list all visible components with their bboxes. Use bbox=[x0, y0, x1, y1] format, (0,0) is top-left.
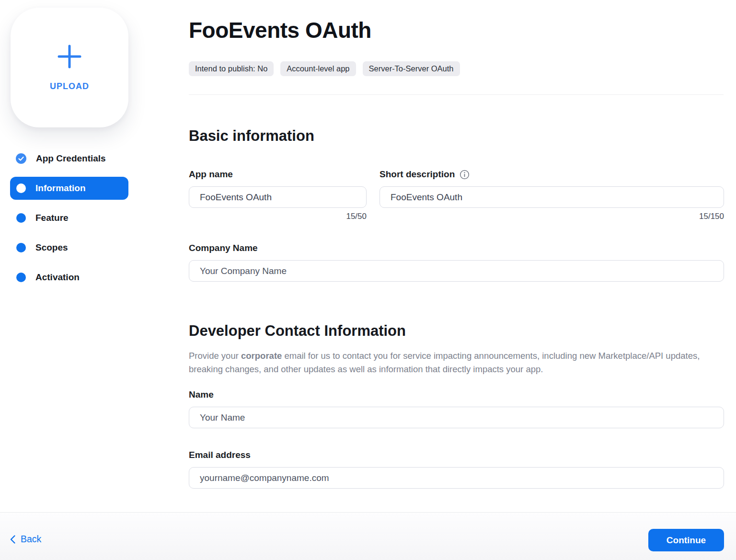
app-name-label: App name bbox=[189, 169, 367, 180]
sidebar-item-label: Feature bbox=[35, 213, 69, 223]
developer-contact-description: Provide your corporate email for us to c… bbox=[189, 349, 724, 376]
header-divider bbox=[189, 94, 724, 95]
sidebar-item-activation[interactable]: Activation bbox=[10, 266, 128, 289]
short-description-char-counter: 15/150 bbox=[380, 211, 724, 221]
page-title: FooEvents OAuth bbox=[189, 16, 724, 45]
continue-button[interactable]: Continue bbox=[648, 529, 724, 551]
step-dot-icon bbox=[16, 183, 26, 193]
app-name-input[interactable] bbox=[189, 186, 367, 208]
step-dot-icon bbox=[16, 273, 26, 282]
step-dot-icon bbox=[16, 213, 26, 223]
app-badges: Intend to publish: No Account-level app … bbox=[189, 61, 724, 76]
contact-name-label: Name bbox=[189, 389, 724, 400]
step-dot-icon bbox=[16, 243, 26, 252]
back-button[interactable]: Back bbox=[10, 534, 41, 545]
sidebar: UPLOAD App Credentials Information Featu… bbox=[0, 0, 189, 296]
developer-contact-heading: Developer Contact Information bbox=[189, 321, 724, 341]
sidebar-item-label: App Credentials bbox=[36, 153, 106, 164]
short-description-input[interactable] bbox=[380, 186, 724, 208]
footer-bar: Back Continue bbox=[0, 512, 736, 560]
plus-icon bbox=[57, 44, 82, 71]
badge-oauth-type: Server-To-Server OAuth bbox=[363, 61, 460, 76]
sidebar-item-scopes[interactable]: Scopes bbox=[10, 236, 128, 259]
app-icon-upload[interactable]: UPLOAD bbox=[11, 8, 128, 127]
upload-label: UPLOAD bbox=[50, 81, 89, 91]
company-name-input[interactable] bbox=[189, 260, 724, 282]
sidebar-item-information[interactable]: Information bbox=[10, 177, 128, 200]
contact-name-input[interactable] bbox=[189, 407, 724, 428]
company-name-label: Company Name bbox=[189, 242, 724, 254]
sidebar-item-label: Scopes bbox=[35, 242, 68, 253]
short-description-label: Short description bbox=[380, 169, 455, 180]
check-circle-icon bbox=[16, 153, 26, 164]
app-name-char-counter: 15/50 bbox=[189, 211, 367, 221]
badge-account-level-app: Account-level app bbox=[280, 61, 356, 76]
basic-information-heading: Basic information bbox=[189, 126, 724, 146]
sidebar-item-label: Activation bbox=[35, 272, 80, 283]
app-information-page: UPLOAD App Credentials Information Featu… bbox=[0, 0, 736, 560]
chevron-left-icon bbox=[10, 535, 16, 544]
badge-intend-to-publish: Intend to publish: No bbox=[189, 61, 274, 76]
sidebar-item-label: Information bbox=[35, 183, 86, 194]
info-icon[interactable] bbox=[460, 170, 470, 180]
sidebar-item-app-credentials[interactable]: App Credentials bbox=[10, 147, 128, 170]
email-address-label: Email address bbox=[189, 449, 724, 461]
sidebar-item-feature[interactable]: Feature bbox=[10, 206, 128, 229]
main-content: FooEvents OAuth Intend to publish: No Ac… bbox=[189, 0, 724, 489]
email-address-input[interactable] bbox=[189, 467, 724, 489]
step-nav: App Credentials Information Feature Scop… bbox=[0, 147, 189, 289]
back-label: Back bbox=[21, 534, 41, 545]
